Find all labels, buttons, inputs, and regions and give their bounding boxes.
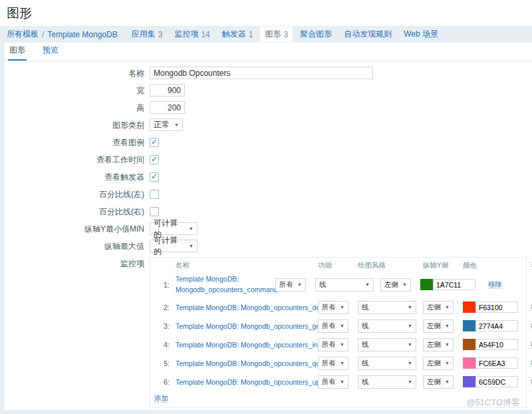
- chevron-down-icon: ▼: [365, 282, 370, 287]
- y-axis-max-select[interactable]: 可计算的 ▼: [150, 240, 198, 252]
- color-swatch[interactable]: [420, 279, 433, 290]
- chevron-down-icon: ▼: [189, 226, 194, 231]
- chevron-down-icon: ▼: [297, 282, 302, 287]
- draw-style-select[interactable]: 线▼: [315, 278, 374, 292]
- item-row: 4: Template MongoDB: Mongodb_opcounters_…: [154, 338, 522, 351]
- item-name-link[interactable]: Template MongoDB: Mongodb_opcounters_com…: [176, 275, 278, 294]
- nav-items[interactable]: 监控项 14: [170, 27, 214, 42]
- tab-preview[interactable]: 预览: [41, 41, 60, 61]
- y-side-select[interactable]: 左侧▼: [423, 375, 454, 389]
- y-side-select[interactable]: 左侧▼: [423, 301, 454, 314]
- chevron-down-icon: ▼: [445, 379, 450, 384]
- col-y-axis-side: 纵轴Y侧: [423, 261, 454, 270]
- width-input[interactable]: [150, 84, 185, 97]
- color-hex-input[interactable]: [475, 376, 518, 387]
- breadcrumb: 所有模板 / Template MongoDB 应用集 3 监控项 14 触发器…: [0, 26, 532, 43]
- show-working-time-label: 查看工作时间: [0, 153, 150, 166]
- nav-discovery-rules[interactable]: 自动发现规则: [339, 27, 396, 42]
- function-select[interactable]: 所有▼: [318, 319, 348, 333]
- show-working-time-checkbox[interactable]: [150, 155, 159, 164]
- color-hex-input[interactable]: [475, 302, 518, 313]
- col-color: 颜色: [463, 261, 524, 270]
- color-swatch[interactable]: [463, 320, 475, 331]
- breadcrumb-separator: /: [42, 30, 44, 39]
- color-hex-input[interactable]: [475, 320, 518, 331]
- color-swatch[interactable]: [463, 339, 475, 350]
- tabs: 图形 预览: [0, 43, 532, 61]
- items-table: 名称 功能 绘图风格 纵轴Y侧 颜色 动作 1: Template MongoD…: [150, 257, 527, 408]
- function-select[interactable]: 所有▼: [318, 357, 348, 370]
- nav-web-scenarios[interactable]: Web 场景: [399, 27, 443, 42]
- chevron-down-icon: ▼: [445, 305, 450, 310]
- item-number: 5:: [164, 359, 176, 367]
- nav-graphs[interactable]: 图形 3: [260, 27, 293, 42]
- function-select[interactable]: 所有▼: [318, 375, 348, 389]
- color-hex-input[interactable]: [475, 357, 518, 369]
- nav-applications[interactable]: 应用集 3: [127, 27, 168, 42]
- draw-style-select[interactable]: 线▼: [358, 301, 416, 314]
- tab-graph[interactable]: 图形: [8, 41, 27, 61]
- show-triggers-checkbox[interactable]: [150, 172, 159, 182]
- item-number: 3:: [164, 322, 176, 330]
- percentile-right-label: 百分比线(右): [0, 205, 150, 218]
- color-swatch[interactable]: [463, 357, 475, 369]
- show-legend-checkbox[interactable]: [150, 138, 159, 147]
- graph-type-label: 图形类别: [0, 118, 150, 131]
- watermark: @51CTO博客: [466, 397, 520, 409]
- nav-triggers[interactable]: 触发器 1: [217, 27, 258, 42]
- draw-style-select[interactable]: 线▼: [358, 375, 416, 389]
- function-select[interactable]: 所有▼: [275, 278, 306, 292]
- breadcrumb-template-mongodb[interactable]: Template MongoDB: [47, 30, 117, 39]
- chevron-down-icon: ▼: [340, 305, 344, 310]
- graph-form: 名称 宽 高 图形类别 正常 ▼ 查看图例 查看工作时间 查看触发: [0, 61, 532, 414]
- chevron-down-icon: ▼: [408, 323, 412, 328]
- items-label: 监控项: [0, 257, 150, 270]
- percentile-left-checkbox[interactable]: [150, 190, 159, 199]
- chevron-down-icon: ▼: [340, 323, 344, 328]
- template-nav: 应用集 3 监控项 14 触发器 1 图形 3 聚合图形 自动发现规则: [127, 27, 446, 42]
- function-select[interactable]: 所有▼: [318, 301, 348, 314]
- percentile-left-label: 百分比线(左): [0, 188, 150, 200]
- item-name-link[interactable]: Template MongoDB: Mongodb_opcounters_que…: [176, 359, 330, 367]
- y-axis-max-label: 纵轴最大值: [0, 240, 150, 252]
- draw-style-select[interactable]: 线▼: [358, 357, 416, 370]
- y-side-select[interactable]: 左侧▼: [380, 278, 411, 292]
- item-name-link[interactable]: Template MongoDB: Mongodb_opcounters_del…: [176, 304, 331, 311]
- item-row: 5: Template MongoDB: Mongodb_opcounters_…: [154, 357, 522, 370]
- item-row: 1: Template MongoDB: Mongodb_opcounters_…: [154, 274, 522, 296]
- item-name-link[interactable]: Template MongoDB: Mongodb_opcounters_upd…: [176, 378, 334, 386]
- function-select[interactable]: 所有▼: [318, 338, 348, 351]
- chevron-down-icon: ▼: [408, 342, 412, 347]
- col-function: 功能: [318, 261, 348, 270]
- percentile-right-checkbox[interactable]: [150, 207, 159, 216]
- color-swatch[interactable]: [463, 376, 475, 387]
- breadcrumb-all-templates[interactable]: 所有模板: [7, 29, 39, 40]
- chevron-down-icon: ▼: [408, 361, 412, 365]
- draw-style-select[interactable]: 线▼: [358, 319, 416, 333]
- item-number: 2:: [164, 304, 176, 311]
- name-input[interactable]: [150, 67, 373, 79]
- color-swatch[interactable]: [463, 302, 475, 313]
- graph-type-select[interactable]: 正常 ▼: [150, 118, 183, 131]
- chevron-down-icon: ▼: [445, 361, 450, 365]
- remove-link[interactable]: 移除: [488, 280, 502, 289]
- item-name-link[interactable]: Template MongoDB: Mongodb_opcounters_ins…: [176, 341, 329, 349]
- page-header: 图形: [0, 0, 532, 26]
- item-name-link[interactable]: Template MongoDB: Mongodb_opcounters_get…: [176, 322, 338, 330]
- color-hex-input[interactable]: [475, 339, 518, 350]
- width-label: 宽: [0, 84, 150, 97]
- y-side-select[interactable]: 左侧▼: [423, 357, 454, 370]
- nav-screens[interactable]: 聚合图形: [295, 27, 336, 42]
- chevron-down-icon: ▼: [340, 342, 344, 347]
- graph-edit-page: 图形 所有模板 / Template MongoDB 应用集 3 监控项 14 …: [0, 0, 532, 414]
- y-side-select[interactable]: 左侧▼: [423, 338, 454, 351]
- col-name: 名称: [176, 261, 318, 270]
- bottom-gutter: [0, 410, 532, 414]
- chevron-down-icon: ▼: [340, 361, 344, 365]
- height-input[interactable]: [150, 101, 185, 114]
- add-item-link[interactable]: 添加: [154, 394, 168, 403]
- color-hex-input[interactable]: [433, 279, 475, 290]
- y-side-select[interactable]: 左侧▼: [423, 319, 454, 333]
- y-axis-min-select[interactable]: 可计算的 ▼: [150, 222, 198, 235]
- draw-style-select[interactable]: 线▼: [358, 338, 416, 351]
